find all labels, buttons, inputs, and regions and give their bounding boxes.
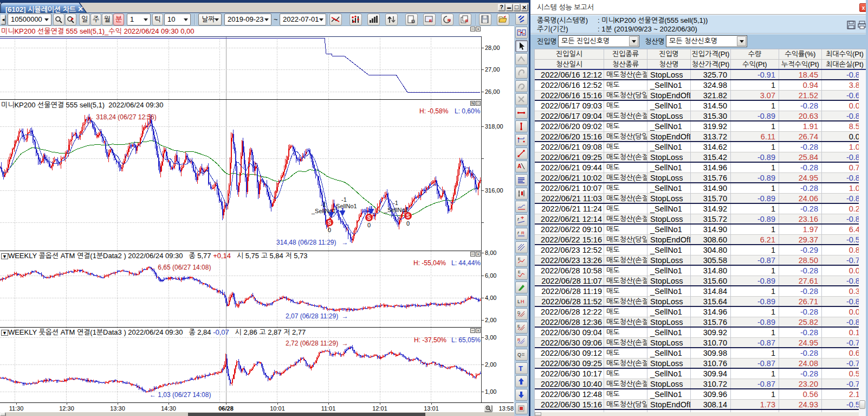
svg-text:Q: Q [517, 352, 521, 357]
svg-text:11:30: 11:30 [9, 405, 24, 412]
svg-text:11:01: 11:01 [321, 405, 336, 412]
svg-text:316,00: 316,00 [485, 187, 503, 194]
svg-text:E: E [518, 257, 521, 261]
svg-text:2,00: 2,00 [485, 361, 496, 368]
svg-text:A: A [517, 163, 521, 169]
svg-text:f: f [517, 217, 519, 221]
svg-text:14:30: 14:30 [161, 405, 176, 412]
svg-text:R: R [448, 18, 451, 22]
svg-text:6,00: 6,00 [485, 272, 496, 279]
svg-text:28,00: 28,00 [485, 44, 500, 51]
svg-text:L: L [517, 299, 520, 304]
svg-text:318,00: 318,00 [485, 123, 503, 130]
svg-text:3,00: 3,00 [485, 334, 496, 341]
svg-text:1,00: 1,00 [485, 388, 496, 395]
svg-text:13:01: 13:01 [424, 405, 439, 412]
svg-text:12:30: 12:30 [59, 405, 74, 412]
svg-text:f: f [517, 231, 519, 235]
svg-text:10:01: 10:01 [270, 405, 285, 412]
svg-text:4,00: 4,00 [485, 295, 496, 301]
svg-text:H: H [521, 299, 524, 304]
svg-text:13:58: 13:58 [498, 405, 514, 412]
svg-text:27,00: 27,00 [485, 66, 500, 73]
svg-text:2,00: 2,00 [485, 317, 496, 323]
svg-text:26,00: 26,00 [485, 88, 500, 95]
svg-text:R: R [465, 19, 468, 23]
svg-text:E: E [518, 270, 521, 274]
svg-text:D: D [412, 20, 415, 23]
svg-text:R: R [429, 19, 432, 23]
svg-text:06/28: 06/28 [218, 405, 234, 412]
svg-text:8,00: 8,00 [485, 249, 496, 256]
svg-text:12:01: 12:01 [372, 405, 387, 412]
svg-text:13:30: 13:30 [110, 405, 125, 412]
svg-text:R: R [521, 231, 524, 235]
svg-text:T: T [519, 365, 523, 372]
